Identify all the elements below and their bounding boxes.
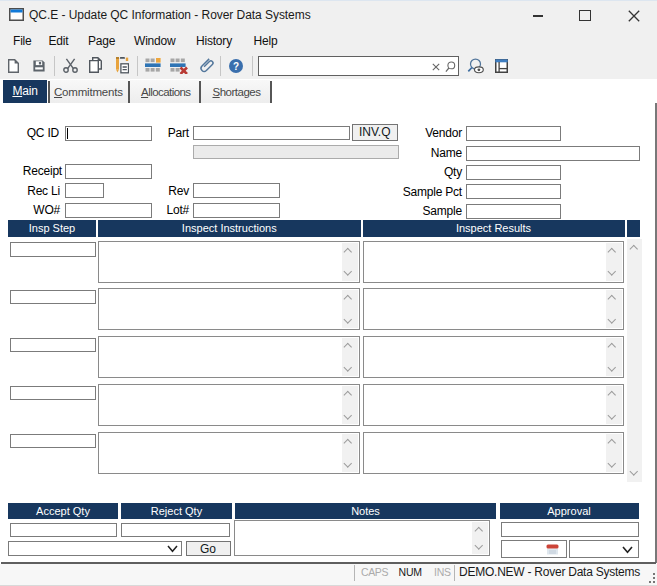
svg-text:?: ? bbox=[233, 61, 239, 72]
